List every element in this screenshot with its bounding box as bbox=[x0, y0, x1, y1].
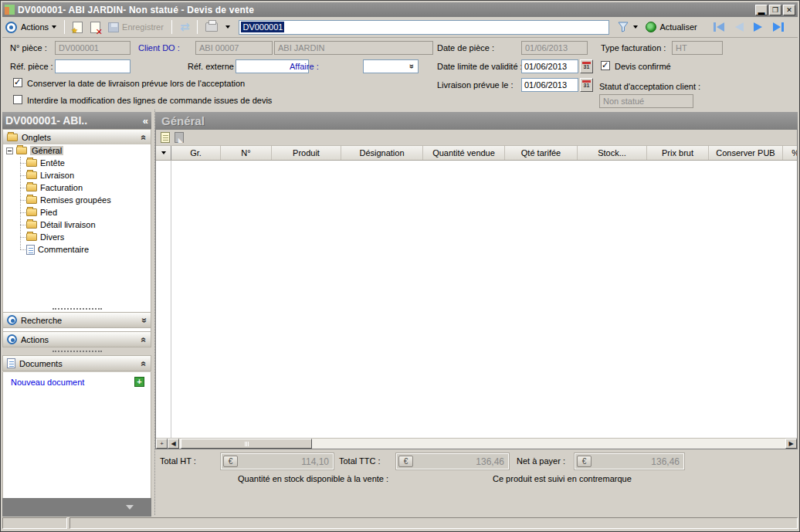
sidebar-dropdown-bar[interactable] bbox=[2, 498, 151, 517]
next-record-button[interactable] bbox=[752, 22, 764, 32]
tree-item-divers[interactable]: Divers bbox=[3, 231, 151, 243]
column-header-prix-brut[interactable]: Prix brut bbox=[647, 146, 709, 160]
column-header-stock[interactable]: Stock... bbox=[578, 146, 647, 160]
column-header-designation[interactable]: Désignation bbox=[341, 146, 423, 160]
net-a-payer-label: Net à payer : bbox=[517, 456, 565, 466]
currency-button[interactable]: € bbox=[577, 456, 592, 467]
interdire-modif-checkbox[interactable] bbox=[13, 95, 22, 104]
scrollbar-thumb[interactable] bbox=[181, 439, 312, 449]
column-header-no[interactable]: N° bbox=[221, 146, 272, 160]
expand-panel-icon[interactable]: « bbox=[139, 317, 150, 323]
main-panel: Général Gr. N° Produit Désignation Quant… bbox=[155, 110, 798, 515]
filter-button[interactable] bbox=[617, 21, 629, 33]
horizontal-scrollbar: + ◀ ▶ bbox=[156, 438, 797, 449]
save-label: Enregistrer bbox=[122, 22, 164, 32]
currency-button[interactable]: € bbox=[398, 456, 413, 467]
print-button[interactable] bbox=[202, 21, 222, 33]
tree-item-remises-groupees[interactable]: Remises groupées bbox=[3, 194, 151, 206]
refresh-button[interactable]: Actualiser bbox=[642, 20, 700, 34]
panel-actions-header[interactable]: Actions « bbox=[2, 331, 151, 347]
tree-item-label: Pied bbox=[40, 208, 57, 217]
tree-item-entete[interactable]: Entête bbox=[3, 157, 151, 169]
tree-item-facturation[interactable]: Facturation bbox=[3, 181, 151, 194]
panel-resize-handle[interactable] bbox=[2, 307, 151, 311]
date-limite-input[interactable] bbox=[521, 59, 578, 73]
client-code-field: ABI 00007 bbox=[195, 41, 273, 55]
collapse-panel-icon[interactable]: « bbox=[139, 361, 150, 366]
add-line-icon[interactable] bbox=[161, 132, 170, 143]
column-header-quantite-vendue[interactable]: Quantité vendue bbox=[423, 146, 505, 160]
main-section-title: Général bbox=[161, 114, 205, 127]
panel-resize-handle[interactable] bbox=[2, 349, 151, 354]
last-record-button[interactable] bbox=[771, 22, 785, 32]
document-icon bbox=[7, 358, 15, 368]
date-piece-label: Date de pièce : bbox=[437, 43, 494, 53]
affaire-lookup-button[interactable]: « bbox=[405, 61, 417, 72]
scroll-left-button[interactable]: ◀ bbox=[168, 439, 179, 449]
panel-documents-header[interactable]: Documents « bbox=[2, 355, 151, 371]
client-name-field: ABI JARDIN bbox=[274, 41, 433, 55]
actions-menu-button[interactable]: Actions bbox=[17, 21, 60, 33]
currency-button[interactable]: € bbox=[223, 456, 238, 467]
column-header-pct-remise[interactable]: % r bbox=[783, 146, 797, 160]
previous-record-button[interactable] bbox=[733, 22, 745, 32]
sync-button[interactable]: ⇄ bbox=[176, 20, 194, 34]
print-options-button[interactable] bbox=[222, 24, 234, 30]
status-cell-left bbox=[2, 517, 67, 529]
tree-item-commentaire[interactable]: Commentaire bbox=[3, 243, 151, 256]
collapse-panel-icon[interactable]: « bbox=[139, 134, 150, 140]
column-header-conserver-pub[interactable]: Conserver PUB bbox=[709, 146, 783, 160]
collapse-panel-icon[interactable]: « bbox=[139, 337, 150, 342]
add-document-icon[interactable]: + bbox=[134, 377, 144, 387]
tree-item-detail-livraison[interactable]: Détail livraison bbox=[3, 219, 151, 231]
date-limite-label: Date limite de validité : bbox=[437, 62, 523, 71]
conserver-date-checkbox[interactable] bbox=[13, 78, 22, 87]
tree-item-label: Entête bbox=[40, 158, 65, 168]
close-button[interactable]: ✕ bbox=[783, 5, 795, 15]
tree-item-livraison[interactable]: Livraison bbox=[3, 169, 151, 181]
livraison-prevue-input[interactable] bbox=[521, 78, 578, 92]
filter-options-button[interactable] bbox=[629, 24, 642, 30]
stock-note: Quantité en stock disponible à la vente … bbox=[238, 474, 388, 483]
collapse-sidebar-icon[interactable]: « bbox=[143, 115, 148, 127]
sidebar-header[interactable]: DV000001- ABI.. « bbox=[2, 112, 151, 129]
date-limite-calendar-button[interactable]: 31 bbox=[580, 59, 593, 73]
minimize-button[interactable]: ▬ bbox=[755, 5, 768, 15]
column-header-gr[interactable]: Gr. bbox=[171, 146, 221, 160]
devis-confirme-checkbox[interactable] bbox=[601, 61, 610, 70]
affaire-label[interactable]: Affaire : bbox=[290, 62, 319, 71]
column-header-qte-tarifee[interactable]: Qté tarifée bbox=[505, 146, 578, 160]
grid-body[interactable] bbox=[156, 161, 797, 438]
new-document-button[interactable]: ★ bbox=[69, 20, 86, 35]
refresh-icon bbox=[646, 22, 656, 32]
save-button[interactable]: Enregistrer bbox=[104, 21, 168, 34]
maximize-button[interactable]: ❐ bbox=[769, 5, 781, 15]
first-record-button[interactable] bbox=[712, 22, 726, 32]
sidebar: DV000001- ABI.. « Onglets « Général Entê… bbox=[2, 110, 151, 515]
main-section-header: Général bbox=[155, 112, 798, 129]
tree-item-pied[interactable]: Pied bbox=[3, 206, 151, 219]
chevron-down-icon bbox=[161, 151, 166, 154]
folder-icon bbox=[26, 221, 37, 229]
livraison-calendar-button[interactable]: 31 bbox=[580, 78, 593, 92]
interdire-modif-label: Interdire la modification des lignes de … bbox=[27, 96, 272, 105]
tree-item-general[interactable]: Général bbox=[3, 144, 151, 157]
net-a-payer-value: 136,46 bbox=[592, 456, 683, 467]
client-do-label[interactable]: Client DO : bbox=[138, 43, 180, 53]
panel-recherche-header[interactable]: Recherche « bbox=[2, 312, 151, 328]
scrollbar-track[interactable] bbox=[312, 439, 785, 449]
new-document-link[interactable]: Nouveau document bbox=[11, 378, 84, 387]
insert-line-icon[interactable] bbox=[175, 132, 184, 143]
num-piece-field: DV000001 bbox=[55, 41, 131, 55]
ref-piece-input[interactable] bbox=[55, 59, 131, 73]
column-header-produit[interactable]: Produit bbox=[272, 146, 341, 160]
piece-reference-input[interactable]: DV000001 bbox=[239, 20, 609, 35]
add-row-button[interactable]: + bbox=[156, 439, 168, 449]
delete-button[interactable]: ✕ bbox=[86, 20, 104, 35]
panel-onglets-header[interactable]: Onglets « bbox=[2, 129, 151, 145]
scroll-right-button[interactable]: ▶ bbox=[785, 439, 797, 449]
actions-panel-label: Actions bbox=[21, 335, 49, 344]
column-chooser-button[interactable] bbox=[156, 146, 171, 160]
target-icon bbox=[7, 334, 17, 344]
tree-collapse-icon[interactable] bbox=[6, 147, 13, 154]
